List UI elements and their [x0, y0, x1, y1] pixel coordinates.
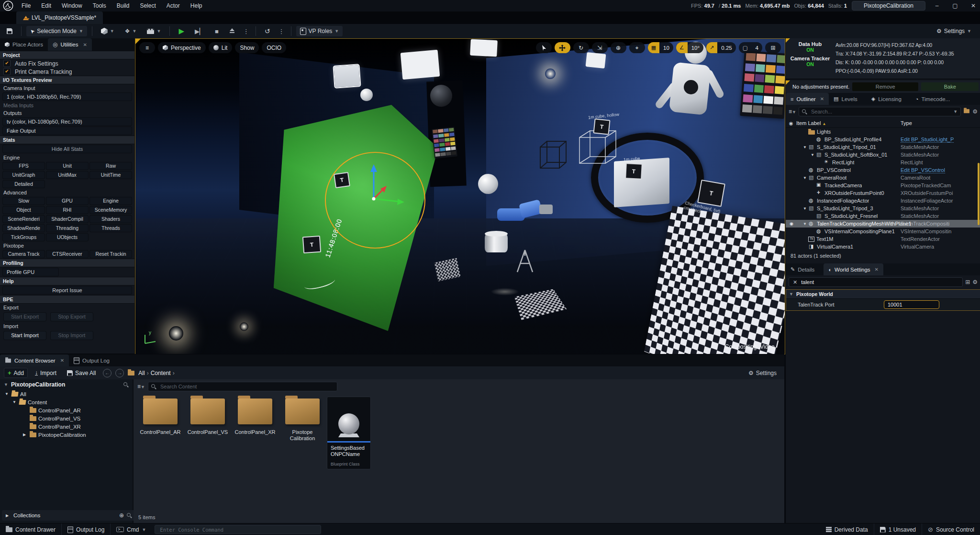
outliner-row[interactable]: Lights — [786, 128, 980, 136]
talentrack-port-input[interactable] — [884, 300, 939, 309]
clear-search-icon[interactable]: ✕ — [793, 279, 797, 285]
menu-item[interactable]: Tools — [88, 0, 111, 11]
expand-arrow-icon[interactable]: ▼ — [803, 206, 808, 211]
menu-item[interactable]: Edit — [36, 0, 56, 11]
stat-toggle-button[interactable]: SceneRenderi — [2, 215, 45, 223]
dock-tab[interactable]: ≡ Outliner ✕ — [786, 93, 829, 105]
asset-search-input[interactable] — [148, 382, 337, 391]
column-item-label[interactable]: Item Label ▲ — [796, 120, 826, 126]
asset-folder-card[interactable]: ControlPanel_AR — [137, 397, 183, 442]
cinematics-dropdown[interactable]: ▼ — [143, 26, 165, 36]
chevron-down-icon[interactable]: ▼ — [953, 109, 958, 114]
platforms-button[interactable]: ↺ — [261, 26, 274, 36]
collections-bar[interactable]: ▶ Collections ⊕ — [2, 510, 136, 521]
tab-place-actors[interactable]: Place Actors — [0, 38, 48, 51]
menu-item[interactable]: Help — [185, 0, 208, 11]
export-button[interactable]: Stop Export — [50, 312, 93, 321]
maximize-viewport-button[interactable]: ⊞ — [765, 42, 781, 53]
stat-toggle-button[interactable]: Camera Track — [2, 250, 45, 258]
breadcrumb-item[interactable]: All — [138, 370, 145, 376]
tree-folder-row[interactable]: ▼ Content — [0, 398, 133, 406]
outliner-row[interactable]: ▼ S_StudioLight_Tripod_01 StaticMeshActo… — [786, 143, 980, 151]
stat-toggle-button[interactable]: CTSReceiver — [46, 250, 89, 258]
outliner-row[interactable]: ◉ ▼ TalenTrackCompositingMeshWithPlane1 … — [786, 220, 980, 228]
stat-toggle-button[interactable]: ShadowRende — [2, 224, 45, 232]
stat-toggle-button[interactable]: Raw — [89, 162, 132, 170]
search-icon[interactable] — [127, 513, 132, 518]
expand-arrow-icon[interactable]: ▶ — [6, 513, 11, 518]
column-type[interactable]: Type — [901, 120, 912, 126]
outliner-row[interactable]: BP_VSControl Edit BP_VSControl — [786, 166, 980, 174]
menu-item[interactable]: Select — [134, 0, 161, 11]
output-value-button[interactable]: tv (color, HD-1080p50, Rec.709) — [2, 117, 132, 126]
stat-toggle-button[interactable]: UObjects — [46, 233, 89, 241]
asset-folder-card[interactable]: Pixotope Calibration — [279, 397, 325, 442]
minimize-button[interactable]: – — [930, 0, 944, 11]
menu-item[interactable]: Build — [111, 0, 135, 11]
sources-root-row[interactable]: ▼ PixotopeCalibration — [0, 379, 133, 390]
section-header-row[interactable]: ▼ Pixotope World — [786, 290, 980, 299]
add-actor-dropdown[interactable]: +▼ — [97, 26, 118, 36]
outliner-scrollbar[interactable] — [978, 163, 980, 225]
stat-toggle-button[interactable]: Reset Trackin — [89, 250, 132, 258]
bake-button[interactable]: Bake — [921, 82, 979, 91]
dock-tab[interactable]: ◈ Licensing — [867, 93, 911, 105]
tree-folder-row[interactable]: ControlPanel_XR — [0, 422, 133, 431]
stat-toggle-button[interactable]: Detailed — [2, 180, 45, 188]
fake-output-button[interactable]: Fake Output — [2, 126, 132, 135]
display-options-icon[interactable]: ⊞ — [965, 279, 970, 285]
select-tool-button[interactable] — [536, 42, 552, 53]
project-name-button[interactable]: PixotopeCalibration — [852, 1, 925, 11]
outliner-row[interactable]: ▼ S_StudioLight_Tripod_3 StaticMeshActor — [786, 205, 980, 212]
vp-roles-dropdown[interactable]: VP Roles▼ — [296, 26, 343, 36]
outliner-row[interactable]: BP_StudioLight_Profile4 Edit BP_StudioLi… — [786, 136, 980, 143]
rotate-tool-button[interactable]: ↻ — [573, 42, 589, 53]
outliner-row[interactable]: VirtualCamera1 VirtualCamera — [786, 243, 980, 250]
world-local-toggle[interactable]: ⊕ — [611, 42, 626, 53]
report-issue-button[interactable]: Report Issue — [2, 286, 132, 295]
dock-tab[interactable]: ◔ Timecode... — [911, 93, 959, 105]
add-collection-icon[interactable]: ⊕ — [119, 512, 124, 519]
asset-folder-card[interactable]: ControlPanel_VS — [185, 397, 231, 442]
expand-arrow-icon[interactable]: ▼ — [12, 400, 17, 404]
menu-item[interactable]: File — [16, 0, 36, 11]
scale-snap-control[interactable]: ↗ 0.25 — [706, 42, 736, 53]
outliner-row[interactable]: XROutsideFrustumPoint0 XROutsideFrustumP… — [786, 189, 980, 197]
selection-mode-dropdown[interactable]: ➤ Selection Mode▼ — [26, 26, 87, 36]
settings-dropdown[interactable]: ⚙Settings▼ — [933, 26, 975, 36]
scale-tool-button[interactable]: ⇲ — [592, 42, 608, 53]
stat-toggle-button[interactable]: SceneMemory — [89, 206, 132, 214]
viewport-option-button[interactable]: OCIO — [262, 42, 286, 53]
expand-arrow-icon[interactable]: ▼ — [5, 392, 10, 396]
add-button[interactable]: +Add — [4, 368, 28, 378]
stat-toggle-button[interactable]: Object — [2, 206, 45, 214]
derived-data-button[interactable]: Derived Data — [820, 524, 874, 535]
play-button[interactable]: ▶ — [175, 26, 188, 36]
blueprint-asset-card[interactable]: SettingsBased ONPCName Blueprint Class — [327, 397, 371, 469]
level-tab[interactable]: LVL_PixotopeVSSample* — [16, 11, 103, 24]
forward-icon[interactable]: → — [115, 369, 124, 377]
filter-icon[interactable]: ≡▼ — [789, 108, 796, 115]
rotation-snap-control[interactable]: ∠ 10° — [676, 42, 703, 53]
search-icon[interactable] — [123, 382, 129, 387]
blueprints-dropdown[interactable]: ❖▼ — [121, 26, 141, 36]
outliner-row[interactable]: Text1M TextRenderActor — [786, 235, 980, 243]
surface-snap-button[interactable]: ⌖ — [629, 42, 645, 53]
stat-toggle-button[interactable]: FPS — [2, 162, 45, 170]
outliner-row[interactable]: VSInternalCompositingPlane1 VSInternalCo… — [786, 228, 980, 235]
stat-toggle-button[interactable]: UnitTime — [89, 171, 132, 179]
tab-utilities[interactable]: ◎Utilities✕ — [48, 38, 92, 51]
eject-button[interactable] — [225, 26, 239, 36]
stop-button[interactable]: ■ — [211, 26, 223, 36]
viewport-option-button[interactable]: Lit — [209, 42, 233, 53]
stat-toggle-button[interactable]: UnitMax — [46, 171, 89, 179]
expand-arrow-icon[interactable]: ▼ — [803, 176, 808, 180]
stat-toggle-button[interactable]: Engine — [89, 197, 132, 205]
cmd-dropdown[interactable]: >_ Cmd▼ — [111, 524, 152, 535]
close-icon[interactable]: ✕ — [875, 267, 879, 272]
filter-icon[interactable]: ≡▼ — [137, 383, 145, 390]
tree-folder-row[interactable]: ▼ All — [0, 390, 133, 398]
import-button[interactable]: Start Import — [3, 331, 46, 340]
collapse-arrow-icon[interactable]: ▼ — [789, 292, 793, 296]
stat-toggle-button[interactable]: Slow — [2, 197, 45, 205]
